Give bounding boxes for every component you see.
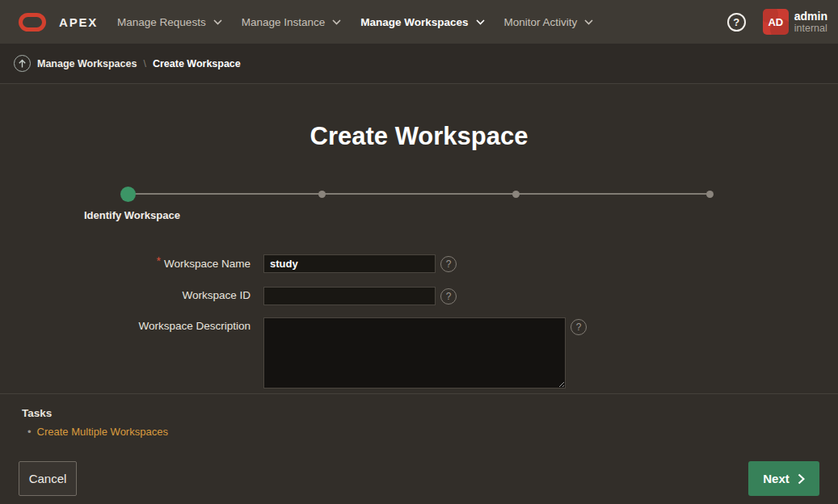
nav-item-manage-instance[interactable]: Manage Instance bbox=[232, 0, 352, 44]
chevron-down-icon bbox=[213, 19, 222, 25]
form-row-workspace-name: *Workspace Name ? bbox=[0, 254, 838, 273]
workspace-name-help-icon[interactable]: ? bbox=[440, 256, 457, 272]
required-asterisk: * bbox=[157, 254, 161, 267]
wizard-step-4-dot bbox=[706, 191, 714, 198]
workspace-id-input[interactable] bbox=[263, 287, 436, 305]
wizard-body: Create Workspace Identify Workspace *Wor… bbox=[0, 84, 838, 452]
breadcrumb-separator: \ bbox=[143, 58, 145, 69]
wizard-button-bar: Cancel Next bbox=[0, 452, 838, 504]
list-item: • Create Multiple Workspaces bbox=[22, 426, 816, 438]
main-menu: Manage Requests Manage Instance Manage W… bbox=[107, 0, 603, 44]
user-context: internal bbox=[794, 23, 827, 34]
nav-item-label: Monitor Activity bbox=[504, 16, 578, 28]
workspace-description-help-icon[interactable]: ? bbox=[571, 319, 587, 335]
breadcrumb: Manage Workspaces \ Create Workspace bbox=[37, 58, 241, 69]
nav-item-manage-workspaces[interactable]: Manage Workspaces bbox=[351, 0, 494, 44]
workspace-name-input[interactable] bbox=[263, 254, 436, 273]
nav-item-manage-requests[interactable]: Manage Requests bbox=[107, 0, 232, 44]
up-arrow-icon[interactable] bbox=[14, 55, 31, 72]
chevron-down-icon bbox=[332, 19, 341, 25]
wizard-step-3-dot bbox=[512, 191, 520, 198]
chevron-down-icon bbox=[584, 19, 593, 25]
user-name: admin bbox=[794, 10, 827, 23]
chevron-right-icon bbox=[798, 473, 805, 485]
nav-item-label: Manage Requests bbox=[117, 16, 206, 28]
oracle-logo-icon bbox=[19, 13, 46, 32]
user-info[interactable]: admin internal bbox=[794, 10, 827, 34]
tasks-region: Tasks • Create Multiple Workspaces bbox=[0, 393, 838, 438]
wizard-step-2-dot bbox=[318, 191, 326, 198]
workspace-description-label: Workspace Description bbox=[0, 317, 251, 332]
nav-item-label: Manage Instance bbox=[242, 16, 326, 28]
workspace-name-label: *Workspace Name bbox=[0, 254, 251, 270]
nav-item-monitor-activity[interactable]: Monitor Activity bbox=[495, 0, 604, 44]
breadcrumb-parent[interactable]: Manage Workspaces bbox=[37, 58, 137, 69]
next-button[interactable]: Next bbox=[748, 461, 819, 496]
user-avatar[interactable]: AD bbox=[763, 9, 789, 35]
form-row-workspace-description: Workspace Description ? bbox=[0, 317, 838, 388]
wizard-progress-line bbox=[128, 193, 711, 195]
bullet-icon: • bbox=[27, 426, 32, 438]
form-row-workspace-id: Workspace ID ? bbox=[0, 287, 838, 305]
workspace-id-label: Workspace ID bbox=[0, 287, 251, 301]
brand-title: APEX bbox=[59, 15, 98, 29]
chevron-down-icon bbox=[476, 19, 485, 25]
page-title: Create Workspace bbox=[0, 122, 838, 151]
workspace-description-textarea[interactable] bbox=[263, 317, 566, 388]
breadcrumb-bar: Manage Workspaces \ Create Workspace bbox=[0, 44, 838, 84]
wizard-step-label: Identify Workspace bbox=[84, 209, 180, 221]
workspace-form: *Workspace Name ? Workspace ID ? Workspa… bbox=[0, 254, 838, 402]
create-multiple-workspaces-link[interactable]: Create Multiple Workspaces bbox=[37, 426, 168, 438]
wizard-step-1-dot-current bbox=[120, 187, 136, 202]
nav-item-label: Manage Workspaces bbox=[360, 16, 468, 28]
cancel-button[interactable]: Cancel bbox=[19, 461, 77, 496]
top-navigation-bar: APEX Manage Requests Manage Instance Man… bbox=[0, 0, 838, 44]
help-icon[interactable]: ? bbox=[727, 13, 746, 32]
breadcrumb-current: Create Workspace bbox=[153, 58, 241, 69]
next-button-label: Next bbox=[763, 472, 790, 485]
tasks-heading: Tasks bbox=[22, 407, 816, 419]
navbar-right-cluster: ? AD admin internal bbox=[727, 9, 827, 35]
workspace-id-help-icon[interactable]: ? bbox=[440, 288, 457, 304]
